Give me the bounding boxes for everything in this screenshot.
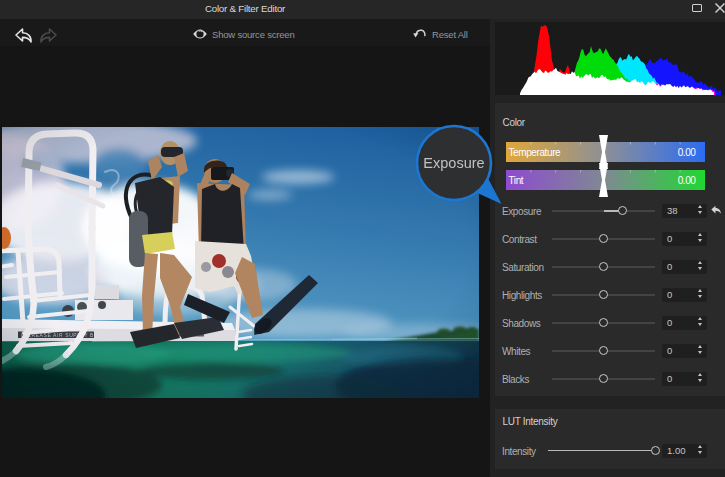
svg-text:Exposure: Exposure — [423, 155, 484, 171]
svg-text:Show source screen: Show source screen — [212, 29, 294, 40]
svg-text:Reset All: Reset All — [432, 29, 468, 40]
